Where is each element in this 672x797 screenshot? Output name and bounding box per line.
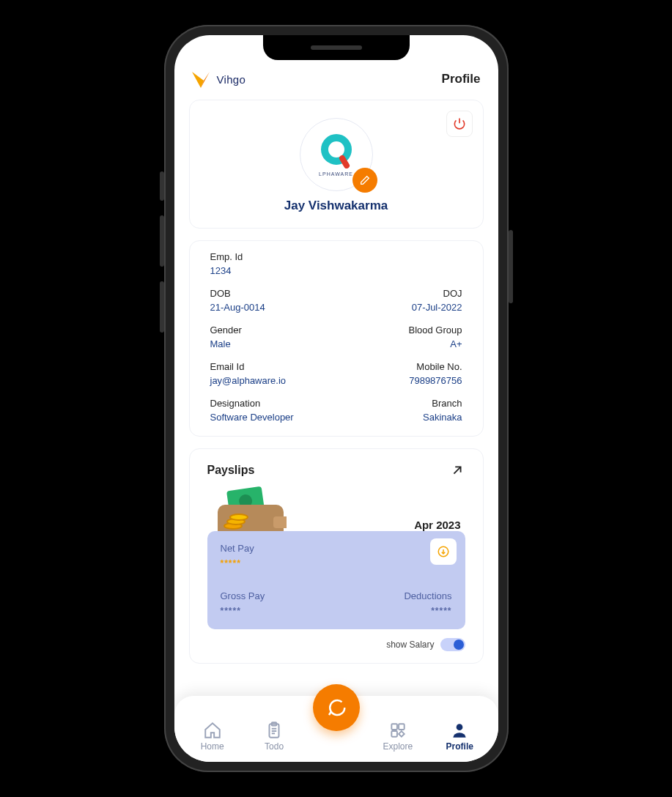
show-salary-toggle[interactable] [440, 638, 465, 651]
bottom-nav: Home Todo Explore [174, 696, 498, 762]
brand-logo-icon [189, 67, 213, 91]
blood-group-label: Blood Group [409, 325, 462, 336]
mobile-label: Mobile No. [416, 361, 462, 372]
app-header: Vihgo Profile [189, 67, 484, 91]
home-icon [203, 721, 222, 740]
download-payslip-button[interactable] [430, 538, 457, 565]
grid-icon [388, 721, 407, 740]
deductions-value: ***** [431, 606, 451, 616]
nav-explore-label: Explore [383, 741, 413, 752]
deductions-label: Deductions [404, 590, 451, 601]
gender-value: Male [210, 338, 242, 349]
avatar-label: LPHAWARE [319, 171, 353, 177]
payslips-card: Payslips Apr 2023 [189, 448, 484, 664]
designation-label: Designation [210, 398, 294, 409]
svg-rect-6 [391, 731, 397, 737]
phone-frame: Vihgo Profile LPHAWA [164, 25, 509, 772]
nav-todo[interactable]: Todo [251, 721, 298, 752]
mobile-value: 7989876756 [409, 375, 462, 386]
volume-up-button [160, 215, 164, 267]
doj-label: DOJ [443, 288, 462, 299]
emp-id-label: Emp. Id [210, 251, 462, 262]
blood-group-value: A+ [450, 338, 462, 349]
doj-value: 07-Jul-2022 [412, 302, 462, 313]
app-content: Vihgo Profile LPHAWA [174, 35, 498, 762]
nav-home[interactable]: Home [189, 721, 236, 752]
branch-value: Sakinaka [423, 412, 462, 423]
svg-rect-4 [391, 724, 397, 730]
brand-name: Vihgo [217, 73, 246, 86]
power-icon [452, 116, 467, 131]
avatar: LPHAWARE [300, 118, 373, 191]
nav-profile-label: Profile [446, 741, 473, 752]
payslips-title: Payslips [207, 464, 255, 477]
edit-icon [359, 174, 371, 186]
open-payslips-button[interactable] [449, 462, 465, 478]
profile-name: Jay Vishwakarma [284, 199, 388, 213]
profile-icon [450, 721, 469, 740]
nav-home-label: Home [201, 741, 224, 752]
email-label: Email Id [210, 361, 287, 372]
power-side-button [509, 230, 513, 303]
page-title: Profile [442, 72, 484, 86]
nav-explore[interactable]: Explore [374, 721, 421, 752]
gender-label: Gender [210, 325, 242, 336]
show-salary-label: show Salary [386, 640, 434, 650]
logout-button[interactable] [446, 111, 473, 137]
gross-pay-label: Gross Pay [221, 590, 265, 601]
net-pay-label: Net Pay [221, 543, 452, 554]
svg-point-7 [457, 724, 463, 730]
chat-icon [325, 697, 347, 719]
company-logo-icon [319, 133, 354, 168]
arrow-up-right-icon [449, 462, 465, 478]
emp-id-value: 1234 [210, 265, 462, 276]
svg-rect-5 [399, 724, 405, 730]
volume-down-button [160, 281, 164, 333]
clipboard-icon [265, 721, 284, 740]
branch-label: Branch [432, 398, 462, 409]
gross-pay-value: ***** [221, 606, 265, 616]
wallet-illustration [207, 484, 288, 535]
notch [263, 35, 410, 60]
screen: Vihgo Profile LPHAWA [174, 35, 498, 762]
dob-value: 21-Aug-0014 [210, 302, 265, 313]
edit-avatar-button[interactable] [352, 168, 377, 193]
nav-profile[interactable]: Profile [436, 721, 483, 752]
download-icon [437, 545, 450, 558]
side-button [160, 171, 164, 201]
dob-label: DOB [210, 288, 265, 299]
brand: Vihgo [189, 67, 246, 91]
profile-card: LPHAWARE Jay Vishwakarma [189, 100, 484, 229]
net-pay-value: ***** [221, 558, 452, 568]
netpay-card: Net Pay ***** Gross Pay ***** Deductions… [207, 531, 465, 629]
chat-fab[interactable] [313, 684, 360, 731]
designation-value: Software Developer [210, 412, 294, 423]
nav-todo-label: Todo [265, 741, 284, 752]
employee-info-card: Emp. Id 1234 DOB 21-Aug-0014 DOJ 07-Jul-… [189, 240, 484, 437]
email-value: jay@alphaware.io [210, 375, 287, 386]
